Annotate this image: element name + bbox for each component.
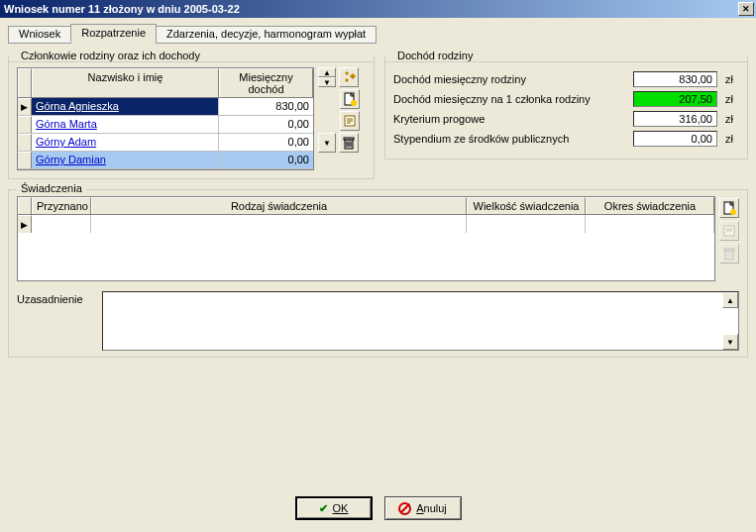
swiad-cell[interactable] [32,215,91,233]
member-name[interactable]: Górna Agnieszka [32,98,219,115]
swiad-header-przyznano[interactable]: Przyznano [32,197,91,214]
svg-rect-17 [724,249,734,251]
trash-icon [722,247,736,261]
swiad-details-button[interactable] [719,221,739,241]
spin-down-button[interactable]: ▼ [318,77,336,87]
members-legend: Członkowie rodziny oraz ich dochody [17,50,204,61]
close-button[interactable]: ✕ [738,2,754,16]
details-button[interactable] [340,111,360,131]
swiadczenia-legend: Świadczenia [17,182,86,194]
income-unit: zł [725,93,739,105]
member-name[interactable]: Górny Damian [32,152,219,168]
swiadczenia-fieldset: Świadczenia Przyznano Rodzaj świadczenia… [8,189,748,358]
income-row: Dochód miesięczny na 1 członka rodziny 2… [393,91,739,107]
swiad-header-okres[interactable]: Okres świadczenia [586,197,714,214]
row-indicator-icon [18,152,32,168]
new-page-button[interactable] [340,89,360,109]
income-value[interactable]: 0,00 [633,131,717,147]
member-name[interactable]: Górna Marta [32,116,219,133]
member-income[interactable]: 0,00 [219,116,313,133]
row-indicator-icon: ▶ [18,98,32,115]
cancel-button-label: Anuluj [416,502,447,514]
income-label: Dochód miesięczny rodziny [393,73,625,85]
members-header-name[interactable]: Nazwisko i imię [32,68,219,97]
table-row[interactable]: Górna Marta 0,00 [18,116,313,134]
member-income[interactable]: 0,00 [219,134,313,151]
scroll-down-button[interactable]: ▼ [722,334,738,350]
row-indicator-icon [18,116,32,133]
income-fieldset: Dochód rodziny Dochód miesięczny rodziny… [384,50,748,160]
uzasadnienie-label: Uzasadnienie [17,291,96,305]
svg-point-1 [351,100,357,106]
members-header-selector [18,68,32,97]
swiad-cell[interactable] [586,215,714,233]
income-value[interactable]: 316,00 [633,111,717,127]
swiad-header-wielkosc[interactable]: Wielkość świadczenia [467,197,586,214]
svg-rect-7 [344,138,354,140]
dialog-button-bar: ✔ OK Anuluj [0,496,756,520]
scroll-down-button[interactable]: ▼ [318,133,336,153]
tab-zdarzenia[interactable]: Zdarzenia, decyzje, harmonogram wypłat [156,26,377,44]
income-label: Stypendium ze środków publicznych [393,133,625,145]
income-value[interactable]: 830,00 [633,71,717,87]
members-grid[interactable]: Nazwisko i imię Miesięczny dochód ▶ Górn… [17,67,314,170]
ok-button-label: OK [333,502,349,514]
tab-rozpatrzenie[interactable]: Rozpatrzenie [70,24,157,42]
trash-icon [342,136,356,150]
tab-bar: Wniosek Rozpatrzenie Zdarzenia, decyzje,… [8,24,748,42]
income-unit: zł [725,113,739,125]
income-row: Kryterium progowe 316,00 zł [393,111,739,127]
swiad-cell[interactable] [467,215,586,233]
svg-rect-16 [725,251,733,260]
income-unit: zł [725,73,739,85]
swiad-delete-button[interactable] [719,244,739,264]
svg-point-12 [730,209,736,215]
income-row: Stypendium ze środków publicznych 0,00 z… [393,131,739,147]
page-icon [343,92,357,106]
income-value[interactable]: 207,50 [633,91,717,107]
cancel-button[interactable]: Anuluj [384,496,462,520]
swiadczenia-grid[interactable]: Przyznano Rodzaj świadczenia Wielkość św… [17,196,715,281]
row-indicator-icon: ▶ [18,215,32,233]
swiad-header-rodzaj[interactable]: Rodzaj świadczenia [91,197,467,214]
member-income[interactable]: 830,00 [219,98,313,115]
ok-button[interactable]: ✔ OK [295,496,373,520]
window-title: Wniosek numer 11 złożony w dniu 2005-03-… [4,3,738,15]
income-label: Dochód miesięczny na 1 członka rodziny [393,93,625,105]
table-row[interactable]: ▶ [18,215,714,233]
income-label: Kryterium progowe [393,113,625,125]
uzasadnienie-textarea[interactable]: ▲ ▼ [102,291,739,351]
table-row[interactable]: ▶ Górna Agnieszka 830,00 [18,98,313,116]
members-toolbar: ▲ ▼ [318,67,360,170]
member-name[interactable]: Górny Adam [32,134,219,151]
scroll-icon [722,224,736,238]
sparkle-icon [342,70,356,84]
titlebar: Wniosek numer 11 złożony w dniu 2005-03-… [0,0,756,18]
sparkle-button[interactable] [339,67,359,87]
cancel-icon [398,502,411,515]
income-legend: Dochód rodziny [393,50,477,61]
swiadczenia-toolbar [719,198,739,281]
swiad-cell[interactable] [91,215,467,233]
tab-wniosek[interactable]: Wniosek [8,26,71,44]
income-unit: zł [725,133,739,145]
swiad-header-selector [18,197,32,214]
scroll-icon [343,114,357,128]
scroll-up-button[interactable]: ▲ [722,292,738,308]
income-row: Dochód miesięczny rodziny 830,00 zł [393,71,739,87]
table-row[interactable]: Górny Adam 0,00 [18,134,313,152]
swiad-new-button[interactable] [719,198,739,218]
table-row[interactable]: Górny Damian 0,00 [18,152,313,169]
new-page-icon [722,201,736,215]
member-income[interactable]: 0,00 [219,152,313,168]
row-indicator-icon [18,134,32,151]
spin-up-button[interactable]: ▲ [318,67,336,77]
delete-button[interactable] [339,133,359,153]
check-icon: ✔ [319,502,328,515]
members-fieldset: Członkowie rodziny oraz ich dochody Nazw… [8,50,375,179]
members-header-income[interactable]: Miesięczny dochód [219,68,313,97]
